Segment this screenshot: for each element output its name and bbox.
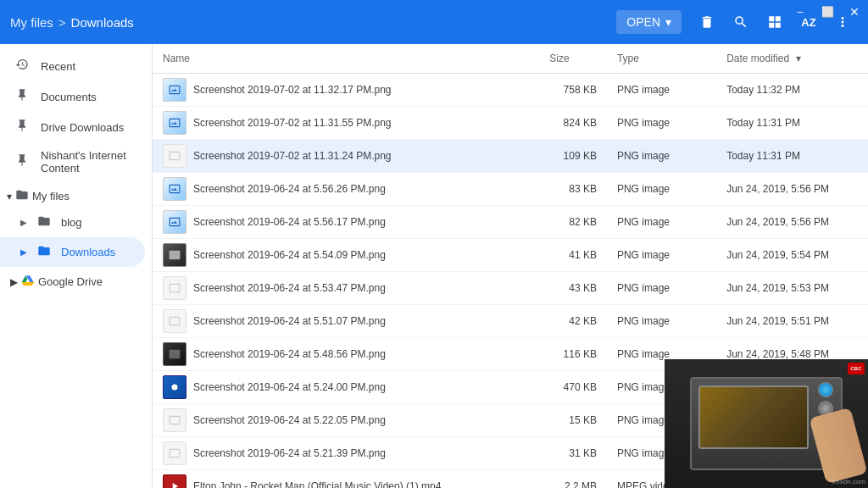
file-date-cell: Jun 24, 2019, 5:51 PM bbox=[716, 305, 868, 338]
sidebar-item-blog[interactable]: ▶ blog bbox=[0, 208, 145, 237]
file-date-cell: Today 11:32 PM bbox=[716, 74, 868, 107]
file-name-cell: Screenshot 2019-06-24 at 5.48.56 PM.png bbox=[153, 338, 539, 371]
file-name: Screenshot 2019-06-24 at 5.56.26 PM.png bbox=[193, 183, 386, 195]
breadcrumb-downloads: Downloads bbox=[71, 15, 134, 30]
blog-label: blog bbox=[61, 216, 82, 229]
file-size-cell: 470 KB bbox=[539, 371, 607, 404]
drive-downloads-label: Drive Downloads bbox=[41, 121, 124, 134]
chevron-right-icon: ▶ bbox=[20, 218, 27, 227]
myfiles-label: My files bbox=[32, 190, 70, 202]
pin-icon2 bbox=[14, 119, 31, 136]
file-size-cell: 42 KB bbox=[539, 305, 607, 338]
chevron-down-icon: ▾ bbox=[7, 191, 12, 202]
file-name-cell: Screenshot 2019-07-02 at 11.32.17 PM.png bbox=[153, 74, 539, 107]
sidebar-section-googledrive[interactable]: ▶ Google Drive bbox=[0, 267, 152, 293]
pin-icon bbox=[14, 88, 31, 105]
table-row[interactable]: Screenshot 2019-07-02 at 11.31.24 PM.png… bbox=[153, 140, 868, 173]
file-date-cell: Today 11:31 PM bbox=[716, 107, 868, 140]
file-type-cell: PNG image bbox=[607, 305, 716, 338]
file-date-cell: Jun 24, 2019, 5:56 PM bbox=[716, 206, 868, 239]
breadcrumb-myfiles[interactable]: My files bbox=[10, 15, 53, 30]
chevron-right-icon2: ▶ bbox=[20, 247, 27, 257]
table-row[interactable]: Screenshot 2019-06-24 at 5.56.17 PM.png … bbox=[153, 206, 868, 239]
file-date-cell: Jun 24, 2019, 5:53 PM bbox=[716, 272, 868, 305]
file-date-cell: Jun 24, 2019, 5:54 PM bbox=[716, 239, 868, 272]
table-row[interactable]: Screenshot 2019-06-24 at 5.51.07 PM.png … bbox=[153, 305, 868, 338]
folder-icon-myfiles bbox=[15, 188, 29, 204]
sidebar-item-documents[interactable]: Documents bbox=[0, 81, 145, 112]
watermark: wsxdn.com bbox=[832, 478, 865, 485]
table-row[interactable]: Screenshot 2019-07-02 at 11.32.17 PM.png… bbox=[153, 74, 868, 107]
col-size-header[interactable]: Size bbox=[539, 44, 607, 74]
breadcrumb-separator: > bbox=[58, 15, 66, 30]
file-size-cell: 109 KB bbox=[539, 140, 607, 173]
file-date-cell: Today 11:31 PM bbox=[716, 140, 868, 173]
grid-view-button[interactable] bbox=[760, 7, 790, 37]
file-type-cell: PNG image bbox=[607, 107, 716, 140]
maximize-button[interactable]: ⬜ bbox=[814, 0, 841, 24]
file-size-cell: 83 KB bbox=[539, 173, 607, 206]
file-name-cell: Screenshot 2019-07-02 at 11.31.24 PM.png bbox=[153, 140, 539, 173]
file-size-cell: 41 KB bbox=[539, 239, 607, 272]
col-type-header[interactable]: Type bbox=[607, 44, 716, 74]
file-date-cell: Jun 24, 2019, 5:56 PM bbox=[716, 173, 868, 206]
file-name: Elton John - Rocket Man (Official Music … bbox=[193, 480, 441, 488]
recent-icon bbox=[14, 58, 31, 75]
col-name-header[interactable]: Name bbox=[153, 44, 539, 74]
minimize-button[interactable]: – bbox=[787, 0, 814, 24]
file-type-cell: PNG image bbox=[607, 272, 716, 305]
folder-icon-blog bbox=[37, 214, 51, 230]
svg-point-0 bbox=[172, 385, 178, 391]
file-name: Screenshot 2019-07-02 at 11.31.55 PM.png bbox=[193, 117, 392, 129]
file-size-cell: 82 KB bbox=[539, 206, 607, 239]
table-row[interactable]: Screenshot 2019-06-24 at 5.53.47 PM.png … bbox=[153, 272, 868, 305]
file-size-cell: 2.2 MB bbox=[539, 470, 607, 489]
drive-icon bbox=[21, 274, 35, 290]
file-name-cell: Screenshot 2019-06-24 at 5.22.05 PM.png bbox=[153, 404, 539, 437]
video-preview: CBC wsxdn.com bbox=[665, 359, 868, 488]
downloads-label: Downloads bbox=[61, 246, 115, 258]
file-name-cell: Screenshot 2019-06-24 at 5.24.00 PM.png bbox=[153, 371, 539, 404]
sidebar-item-drive-downloads[interactable]: Drive Downloads bbox=[0, 112, 145, 142]
sidebar-item-downloads[interactable]: ▶ Downloads bbox=[0, 237, 145, 267]
file-name: Screenshot 2019-07-02 at 11.32.17 PM.png bbox=[193, 84, 392, 96]
file-size-cell: 43 KB bbox=[539, 272, 607, 305]
google-drive-label: Google Drive bbox=[38, 275, 103, 288]
file-name: Screenshot 2019-06-24 at 5.24.00 PM.png bbox=[193, 381, 386, 393]
table-row[interactable]: Screenshot 2019-07-02 at 11.31.55 PM.png… bbox=[153, 107, 868, 140]
cbc-logo: CBC bbox=[848, 363, 865, 374]
open-button[interactable]: OPEN ▾ bbox=[616, 10, 682, 34]
file-name: Screenshot 2019-06-24 at 5.53.47 PM.png bbox=[193, 282, 386, 294]
sidebar-item-nishant[interactable]: Nishant's Internet Content bbox=[0, 142, 145, 181]
file-type-cell: PNG image bbox=[607, 239, 716, 272]
folder-icon-downloads bbox=[37, 244, 51, 260]
file-type-cell: PNG image bbox=[607, 74, 716, 107]
file-name: Screenshot 2019-06-24 at 5.22.05 PM.png bbox=[193, 414, 386, 426]
file-size-cell: 31 KB bbox=[539, 437, 607, 470]
sidebar-item-recent[interactable]: Recent bbox=[0, 51, 145, 81]
col-date-header[interactable]: Date modified ▾ bbox=[716, 44, 868, 74]
file-type-cell: PNG image bbox=[607, 206, 716, 239]
file-name: Screenshot 2019-06-24 at 5.54.09 PM.png bbox=[193, 249, 386, 261]
documents-label: Documents bbox=[41, 91, 97, 103]
file-name: Screenshot 2019-06-24 at 5.51.07 PM.png bbox=[193, 315, 386, 327]
nishant-label: Nishant's Internet Content bbox=[41, 149, 131, 175]
file-name-cell: Screenshot 2019-06-24 at 5.56.17 PM.png bbox=[153, 206, 539, 239]
pin-icon3 bbox=[14, 153, 31, 170]
file-name-cell: Screenshot 2019-06-24 at 5.54.09 PM.png bbox=[153, 239, 539, 272]
file-name: Screenshot 2019-07-02 at 11.31.24 PM.png bbox=[193, 150, 392, 162]
delete-button[interactable] bbox=[692, 7, 722, 37]
search-button[interactable] bbox=[726, 7, 756, 37]
table-row[interactable]: Screenshot 2019-06-24 at 5.56.26 PM.png … bbox=[153, 173, 868, 206]
sidebar-section-myfiles[interactable]: ▾ My files bbox=[0, 181, 152, 208]
file-name-cell: Screenshot 2019-07-02 at 11.31.55 PM.png bbox=[153, 107, 539, 140]
file-size-cell: 116 KB bbox=[539, 338, 607, 371]
file-name: Screenshot 2019-06-24 at 5.56.17 PM.png bbox=[193, 216, 386, 228]
close-button[interactable]: ✕ bbox=[841, 0, 868, 24]
file-name-cell: Screenshot 2019-06-24 at 5.21.39 PM.png bbox=[153, 437, 539, 470]
file-name-cell: Elton John - Rocket Man (Official Music … bbox=[153, 470, 539, 489]
recent-label: Recent bbox=[41, 60, 75, 73]
file-size-cell: 824 KB bbox=[539, 107, 607, 140]
table-row[interactable]: Screenshot 2019-06-24 at 5.54.09 PM.png … bbox=[153, 239, 868, 272]
file-size-cell: 758 KB bbox=[539, 74, 607, 107]
